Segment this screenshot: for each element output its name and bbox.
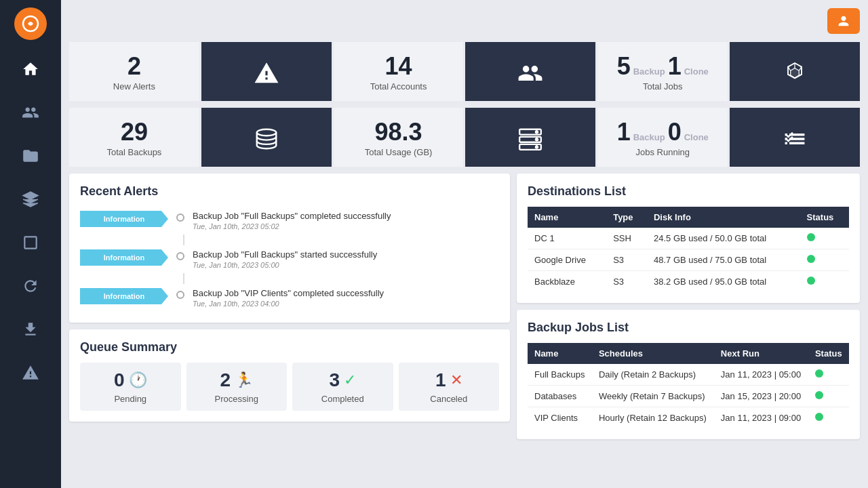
alert-icon bbox=[254, 60, 279, 86]
status-dot-green-2 bbox=[807, 255, 815, 263]
svg-point-16 bbox=[536, 146, 538, 148]
status-dot-green-3 bbox=[807, 277, 815, 285]
alert-item-1: Information Backup Job "Full Backups" co… bbox=[80, 207, 499, 235]
alert-badge-2: Information bbox=[80, 249, 168, 266]
sidebar-item-home[interactable] bbox=[0, 47, 61, 91]
alert-text-2: Backup Job "Full Backups" started succes… bbox=[193, 249, 499, 269]
backups-icon bbox=[254, 126, 279, 152]
dest-disk-1: 24.5 GB used / 50.0 GB total bbox=[647, 228, 800, 249]
job-dot-green-3 bbox=[815, 413, 823, 421]
job-schedule-1: Daily (Retain 2 Backups) bbox=[592, 364, 714, 386]
sidebar-item-download[interactable] bbox=[0, 308, 61, 351]
backups-value: 29 bbox=[121, 120, 148, 144]
logo-icon bbox=[14, 7, 47, 40]
jobs-inline: 5 Backup 1 Clone bbox=[617, 54, 709, 79]
jobs-backup-value: 5 bbox=[617, 54, 631, 79]
table-row: Full Backups Daily (Retain 2 Backups) Ja… bbox=[528, 364, 849, 386]
job-col-schedules: Schedules bbox=[592, 343, 714, 364]
right-panel: Destinations List Name Type Disk Info St… bbox=[517, 174, 860, 480]
alert-dot-3 bbox=[176, 291, 184, 299]
queue-processing-value: 2 bbox=[220, 369, 231, 391]
jobs-label: Total Jobs bbox=[643, 81, 683, 92]
dest-col-status: Status bbox=[800, 207, 849, 228]
alert-message-2: Backup Job "Full Backups" started succes… bbox=[193, 249, 499, 260]
stat-jobs-running: 1 Backup 0 Clone Jobs Running bbox=[597, 108, 728, 167]
job-col-status: Status bbox=[808, 343, 849, 364]
accounts-icon bbox=[517, 60, 543, 86]
job-status-1 bbox=[808, 364, 849, 386]
alert-item-2: Information Backup Job "Full Backups" st… bbox=[80, 245, 499, 273]
svg-point-15 bbox=[536, 138, 538, 140]
job-schedule-2: Weekly (Retain 7 Backups) bbox=[592, 386, 714, 407]
stat-total-backups: 29 Total Backups bbox=[69, 108, 199, 167]
sidebar-item-folder[interactable] bbox=[0, 134, 61, 178]
dest-status-1 bbox=[800, 228, 849, 249]
left-panel: Recent Alerts Information Backup Job "Fu… bbox=[69, 174, 510, 480]
jobs-icon bbox=[781, 60, 808, 87]
job-col-next: Next Run bbox=[714, 343, 808, 364]
backups-label: Total Backups bbox=[106, 147, 161, 157]
job-name-1: Full Backups bbox=[528, 364, 592, 386]
status-dot-green-1 bbox=[807, 233, 815, 241]
dest-disk-2: 48.7 GB used / 75.0 GB total bbox=[647, 249, 800, 271]
alerts-label: New Alerts bbox=[113, 81, 155, 92]
queue-pending-value: 0 bbox=[114, 369, 125, 391]
sidebar-item-cubes[interactable] bbox=[0, 178, 61, 221]
dest-type-1: SSH bbox=[606, 228, 647, 249]
main-content: 2 New Alerts 14 Total Accounts 5 Backup … bbox=[61, 0, 868, 488]
sidebar-item-alert[interactable] bbox=[0, 351, 61, 394]
queue-grid: 0 🕐 Pending 2 🏃 Processing bbox=[80, 363, 499, 411]
cancel-icon: ✕ bbox=[450, 371, 462, 389]
job-next-3: Jan 11, 2023 | 09:00 bbox=[714, 407, 808, 429]
usage-label: Total Usage (GB) bbox=[365, 147, 433, 157]
backup-jobs-table: Name Schedules Next Run Status Full Back… bbox=[528, 343, 849, 428]
dest-status-2 bbox=[800, 249, 849, 271]
svg-rect-1 bbox=[24, 237, 36, 248]
job-next-1: Jan 11, 2023 | 05:00 bbox=[714, 364, 808, 386]
queue-pending-row: 0 🕐 bbox=[114, 369, 147, 391]
stat-running-icon bbox=[730, 108, 860, 167]
job-schedule-3: Hourly (Retain 12 Backups) bbox=[592, 407, 714, 429]
sidebar-item-layers[interactable] bbox=[0, 221, 61, 264]
jobs-clone-value: 1 bbox=[668, 54, 682, 79]
check-icon: ✓ bbox=[344, 371, 356, 389]
queue-processing-row: 2 🏃 bbox=[220, 369, 253, 391]
running-backup-label: Backup bbox=[633, 132, 665, 142]
clock-icon: 🕐 bbox=[129, 371, 147, 389]
alert-badge-3: Information bbox=[80, 288, 168, 304]
sidebar-item-users[interactable] bbox=[0, 91, 61, 134]
dest-name-1: DC 1 bbox=[528, 228, 606, 249]
queue-completed-label: Completed bbox=[321, 394, 364, 404]
job-name-2: Databases bbox=[528, 386, 592, 407]
destinations-header: Name Type Disk Info Status bbox=[528, 207, 849, 228]
sidebar-item-refresh[interactable] bbox=[0, 264, 61, 308]
table-row: Google Drive S3 48.7 GB used / 75.0 GB t… bbox=[528, 249, 849, 271]
alert-dot-2 bbox=[176, 252, 184, 260]
queue-completed-row: 3 ✓ bbox=[329, 369, 356, 391]
destinations-card: Destinations List Name Type Disk Info St… bbox=[517, 174, 860, 303]
table-row: VIP Clients Hourly (Retain 12 Backups) J… bbox=[528, 407, 849, 429]
queue-title: Queue Summary bbox=[80, 340, 499, 354]
alert-text-3: Backup Job "VIP Clients" completed succe… bbox=[193, 288, 499, 308]
queue-canceled: 1 ✕ Canceled bbox=[399, 363, 500, 411]
stat-total-accounts: 14 Total Accounts bbox=[334, 42, 464, 101]
running-inline: 1 Backup 0 Clone bbox=[617, 120, 709, 144]
table-row: Backblaze S3 38.2 GB used / 95.0 GB tota… bbox=[528, 271, 849, 293]
alert-message-3: Backup Job "VIP Clients" completed succe… bbox=[193, 288, 499, 298]
stat-new-alerts: 2 New Alerts bbox=[69, 42, 199, 101]
sidebar-logo[interactable] bbox=[0, 0, 61, 47]
running-icon bbox=[782, 126, 808, 152]
queue-processing-label: Processing bbox=[215, 394, 258, 404]
job-col-name: Name bbox=[528, 343, 592, 364]
job-status-3 bbox=[808, 407, 849, 429]
alert-timeline: Information Backup Job "Full Backups" co… bbox=[80, 207, 499, 312]
user-button[interactable] bbox=[827, 8, 860, 34]
stat-usage-icon bbox=[465, 108, 595, 167]
dest-col-disk: Disk Info bbox=[647, 207, 800, 228]
backup-jobs-title: Backup Jobs List bbox=[528, 321, 849, 335]
svg-point-14 bbox=[536, 131, 538, 133]
svg-point-10 bbox=[256, 129, 276, 136]
alert-text-1: Backup Job "Full Backups" completed succ… bbox=[193, 211, 499, 230]
dest-status-3 bbox=[800, 271, 849, 293]
sidebar bbox=[0, 0, 61, 488]
